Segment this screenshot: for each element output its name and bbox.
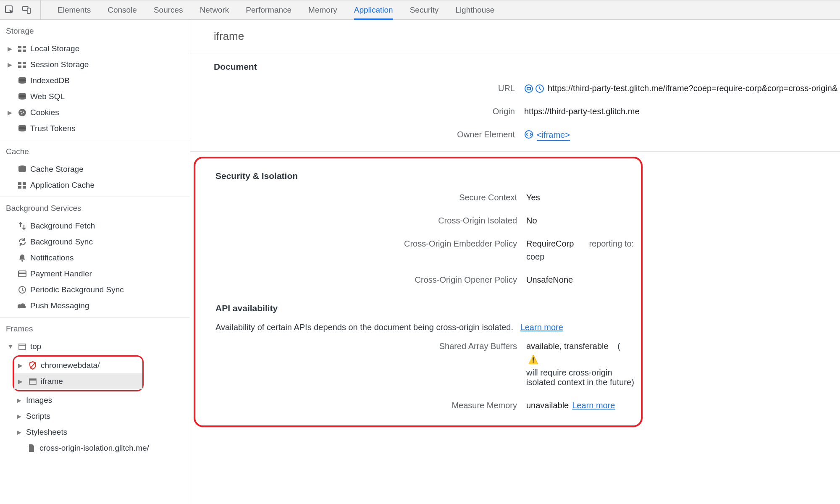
chevron-down-icon: ▼ [8, 343, 14, 350]
sidebar-item-indexeddb[interactable]: IndexedDB [0, 73, 190, 89]
sidebar-item-iframe[interactable]: ▶ iframe [14, 373, 142, 389]
tab-application[interactable]: Application [354, 0, 393, 19]
security-api-highlight-box: Security & Isolation Secure Context Yes … [194, 157, 643, 427]
tab-memory[interactable]: Memory [308, 0, 337, 19]
sidebar-item-label: iframe [41, 377, 63, 386]
svg-point-14 [18, 95, 26, 97]
svg-point-12 [18, 79, 26, 81]
coi-value: No [526, 216, 537, 226]
cloud-icon [17, 302, 28, 309]
reload-icon [535, 84, 544, 93]
sidebar-item-images[interactable]: ▶ Images [0, 392, 190, 408]
code-icon [524, 130, 533, 141]
sidebar-item-cookies[interactable]: ▶ Cookies [0, 105, 190, 121]
sidebar-item-trust-tokens[interactable]: Trust Tokens [0, 121, 190, 136]
sidebar-title-frames: Frames [0, 318, 190, 339]
sidebar-item-label: chromewebdata/ [41, 361, 100, 370]
sidebar-item-bg-fetch[interactable]: Background Fetch [0, 218, 190, 234]
sab-label: Shared Array Buffers [195, 341, 526, 351]
reporting-to-value: coep [526, 252, 544, 262]
tab-lighthouse[interactable]: Lighthouse [455, 0, 494, 19]
svg-rect-23 [23, 182, 26, 185]
sidebar-item-label: Background Fetch [30, 221, 95, 231]
sidebar-item-scripts[interactable]: ▶ Scripts [0, 408, 190, 424]
svg-rect-24 [18, 186, 21, 189]
svg-rect-34 [29, 379, 36, 381]
sidebar-section-storage: Storage ▶ Local Storage ▶ Session Storag… [0, 20, 190, 140]
svg-point-15 [18, 109, 26, 116]
devtools-tabs: Elements Console Sources Network Perform… [41, 0, 494, 19]
owner-element-link[interactable]: <iframe> [537, 130, 570, 141]
svg-rect-4 [23, 46, 26, 48]
svg-rect-36 [527, 87, 530, 90]
sidebar-item-chromewebdata[interactable]: ▶ chromewebdata/ [14, 357, 142, 373]
sidebar-item-session-storage[interactable]: ▶ Session Storage [0, 57, 190, 73]
coop-label: Cross-Origin Opener Policy [195, 275, 526, 285]
secure-context-label: Secure Context [195, 193, 526, 202]
inspect-icon[interactable] [5, 5, 14, 15]
tab-network[interactable]: Network [200, 0, 229, 19]
sab-note-text: will require cross-origin isolated conte… [526, 368, 637, 387]
svg-rect-5 [18, 50, 21, 52]
document-section: Document URL https://third-party-test.gl… [190, 53, 840, 152]
origin-value: https://third-party-test.glitch.me [524, 107, 640, 116]
sidebar-item-label: IndexedDB [30, 76, 70, 85]
shield-red-icon [27, 361, 38, 370]
sidebar-item-stylesheets[interactable]: ▶ Stylesheets [0, 424, 190, 440]
toggle-device-icon[interactable] [22, 5, 31, 15]
origin-label: Origin [190, 107, 524, 116]
sidebar-item-glitch-doc[interactable]: cross-origin-isolation.glitch.me/ [0, 440, 190, 456]
svg-rect-10 [23, 66, 26, 68]
sidebar-item-notifications[interactable]: Notifications [0, 250, 190, 266]
grid-icon [17, 182, 28, 189]
sidebar-item-label: Cache Storage [30, 165, 84, 174]
svg-rect-22 [18, 182, 21, 185]
cookie-icon [17, 108, 28, 117]
bell-icon [17, 254, 28, 262]
coop-value: UnsafeNone [526, 275, 573, 285]
chevron-right-icon: ▶ [8, 61, 14, 68]
sidebar-item-label: Web SQL [30, 92, 65, 101]
measure-memory-learn-more-link[interactable]: Learn more [572, 401, 615, 410]
svg-point-35 [525, 85, 533, 92]
coep-value: RequireCorp [526, 239, 574, 249]
credit-card-icon [17, 270, 28, 277]
svg-rect-6 [23, 50, 26, 52]
main-panel: iframe Document URL https://third-party-… [190, 20, 840, 504]
sidebar-section-frames: Frames ▼ top ▶ chromewebdata/ ▶ iframe [0, 318, 190, 459]
sidebar-item-periodic-sync[interactable]: Periodic Background Sync [0, 282, 190, 298]
sidebar-item-bg-sync[interactable]: Background Sync [0, 234, 190, 250]
svg-point-20 [18, 127, 26, 129]
database-icon [17, 93, 28, 100]
sab-value: available, transferable [526, 341, 609, 351]
tab-performance[interactable]: Performance [246, 0, 291, 19]
sidebar-item-websql[interactable]: Web SQL [0, 89, 190, 105]
sidebar-item-app-cache[interactable]: Application Cache [0, 177, 190, 193]
sidebar-item-top-frame[interactable]: ▼ top [0, 339, 190, 354]
database-icon [17, 77, 28, 84]
sidebar-item-local-storage[interactable]: ▶ Local Storage [0, 41, 190, 57]
frame-title: iframe [190, 20, 840, 53]
chevron-right-icon: ▶ [8, 109, 14, 116]
api-description: Availability of certain APIs depends on … [195, 318, 637, 335]
sidebar-item-cache-storage[interactable]: Cache Storage [0, 161, 190, 177]
tab-elements[interactable]: Elements [58, 0, 91, 19]
tab-security[interactable]: Security [410, 0, 439, 19]
sidebar-title-background: Background Services [0, 197, 190, 218]
owner-label: Owner Element [190, 130, 524, 139]
sidebar-item-label: Notifications [30, 253, 74, 262]
tab-console[interactable]: Console [108, 0, 137, 19]
tab-sources[interactable]: Sources [154, 0, 183, 19]
sidebar-item-label: Cookies [30, 108, 59, 117]
svg-point-18 [21, 113, 22, 114]
api-learn-more-link[interactable]: Learn more [520, 323, 563, 332]
coi-label: Cross-Origin Isolated [195, 216, 526, 226]
sidebar-item-push[interactable]: Push Messaging [0, 298, 190, 314]
sidebar-item-label: Local Storage [30, 44, 79, 53]
chevron-right-icon: ▶ [8, 45, 14, 52]
url-value: https://third-party-test.glitch.me/ifram… [548, 84, 837, 93]
sidebar-item-label: Images [26, 396, 52, 405]
svg-point-17 [23, 111, 24, 113]
sidebar-item-payment-handler[interactable]: Payment Handler [0, 266, 190, 282]
url-badge-icons[interactable] [524, 84, 544, 93]
